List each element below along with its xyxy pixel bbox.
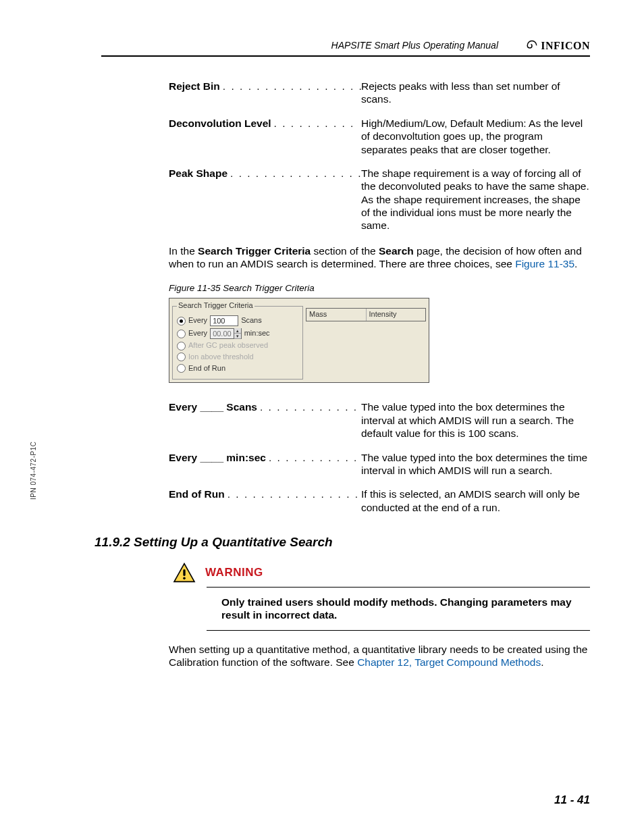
leader-dots: . . . . . . . . . .: [271, 117, 358, 130]
divider: [207, 630, 590, 631]
definition-term: Deconvolution Level: [169, 117, 271, 130]
swirl-icon: [526, 40, 538, 52]
text: section of the: [311, 245, 379, 257]
warning-triangle-icon: [173, 563, 196, 583]
warning-block: WARNING Only trained users should modify…: [173, 563, 590, 631]
text: In the: [169, 245, 198, 257]
bold-text: Search: [379, 245, 414, 257]
definition-term: Peak Shape: [169, 167, 227, 180]
body-paragraph: When setting up a quantitative method, a…: [169, 643, 590, 669]
definition-row: Deconvolution Level . . . . . . . . . . …: [169, 117, 590, 156]
option-label: End of Run: [188, 364, 225, 373]
definition-desc: The value typed into the box determines …: [361, 451, 590, 477]
search-trigger-groupbox: Search Trigger Criteria Every 100 Scans …: [172, 301, 303, 380]
svg-rect-1: [183, 569, 185, 576]
groupbox-legend: Search Trigger Criteria: [177, 301, 254, 311]
leader-dots: . . . . . . . . . . . . . . . . . . .: [227, 167, 361, 180]
definition-term: Every ____ Scans: [169, 400, 257, 413]
definition-desc: If this is selected, an AMDIS search wil…: [361, 488, 590, 514]
page-number: 11 - 41: [554, 793, 590, 807]
table-header-intensity: Intensity: [367, 309, 426, 321]
brand-text: INFICON: [541, 39, 590, 53]
spinner-value: 00.00: [211, 329, 234, 338]
definition-row: Every ____ Scans . . . . . . . . . . . .…: [169, 400, 590, 440]
leader-dots: . . . . . . . . . . .: [266, 451, 360, 464]
table-header-mass: Mass: [306, 309, 367, 321]
leader-dots: . . . . . . . . . . . . . .: [257, 400, 361, 413]
definition-term: End of Run: [169, 488, 225, 500]
chapter-link[interactable]: Chapter 12, Target Compound Methods: [357, 656, 541, 668]
option-after-gc[interactable]: After GC peak observed: [177, 341, 298, 350]
radio-icon[interactable]: [177, 330, 186, 338]
option-label: Ion above threshold: [188, 353, 254, 362]
minsec-spinner[interactable]: 00.00 ▴▾: [210, 328, 242, 339]
radio-icon[interactable]: [177, 317, 186, 325]
radio-icon[interactable]: [177, 342, 186, 350]
divider: [207, 587, 590, 588]
definition-desc: High/Medium/Low, Default Medium: As the …: [361, 117, 590, 156]
option-suffix: Scans: [241, 316, 262, 325]
manual-title: HAPSITE Smart Plus Operating Manual: [101, 40, 502, 53]
figure-link[interactable]: Figure 11-35: [515, 258, 574, 269]
definition-desc: Rejects peaks with less than set number …: [361, 80, 590, 106]
leader-dots: . . . . . . . . . . . . . . . . . .: [225, 488, 361, 500]
radio-icon[interactable]: [177, 353, 186, 361]
section-heading: 11.9.2 Setting Up a Quantitative Search: [95, 534, 590, 550]
option-label: Every: [188, 316, 207, 325]
definition-row: Reject Bin . . . . . . . . . . . . . . .…: [169, 80, 590, 106]
bold-text: Search Trigger Criteria: [198, 245, 311, 257]
figure-caption: Figure 11-35 Search Trigger Criteria: [169, 283, 590, 294]
option-every-minsec[interactable]: Every 00.00 ▴▾ min:sec: [177, 328, 298, 339]
option-every-scans[interactable]: Every 100 Scans: [177, 315, 298, 326]
scans-input[interactable]: 100: [210, 315, 238, 326]
figure-screenshot: Search Trigger Criteria Every 100 Scans …: [169, 298, 429, 383]
svg-point-2: [183, 577, 186, 579]
text: .: [574, 258, 577, 269]
spinner-buttons[interactable]: ▴▾: [234, 328, 241, 339]
definition-desc: The shape requirement is a way of forcin…: [361, 167, 590, 232]
warning-text: Only trained users should modify methods…: [221, 592, 583, 626]
page-header: HAPSITE Smart Plus Operating Manual INFI…: [101, 39, 590, 57]
mass-intensity-table: Mass Intensity: [306, 308, 426, 321]
definition-term: Every ____ min:sec: [169, 451, 266, 464]
option-suffix: min:sec: [244, 329, 270, 338]
definition-term: Reject Bin: [169, 80, 220, 93]
definition-row: Every ____ min:sec . . . . . . . . . . .…: [169, 451, 590, 477]
warning-label: WARNING: [205, 565, 263, 579]
radio-icon[interactable]: [177, 364, 186, 373]
intro-paragraph: In the Search Trigger Criteria section o…: [169, 244, 590, 271]
leader-dots: . . . . . . . . . . . . . . . . . . . .: [220, 80, 361, 93]
definition-row: End of Run . . . . . . . . . . . . . . .…: [169, 488, 590, 514]
text: .: [541, 656, 543, 668]
option-ion-above[interactable]: Ion above threshold: [177, 353, 298, 362]
option-label: Every: [188, 329, 207, 338]
ipn-side-label: IPN 074-472-P1C: [30, 442, 38, 500]
option-end-of-run[interactable]: End of Run: [177, 364, 298, 373]
definition-desc: The value typed into the box determines …: [361, 400, 590, 440]
option-label: After GC peak observed: [188, 341, 268, 350]
brand-logo: INFICON: [502, 39, 590, 53]
definition-row: Peak Shape . . . . . . . . . . . . . . .…: [169, 167, 590, 232]
